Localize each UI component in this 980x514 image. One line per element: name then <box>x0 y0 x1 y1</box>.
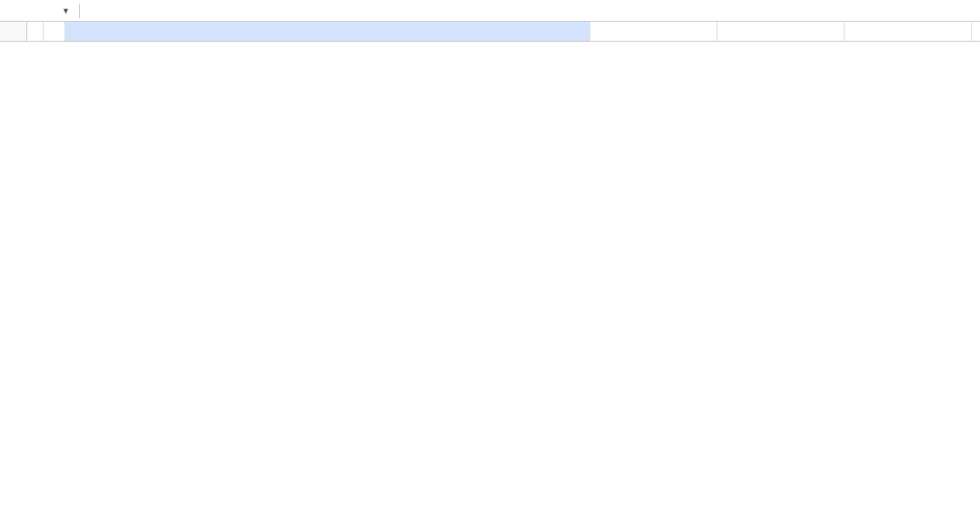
col-header-B[interactable] <box>44 22 65 41</box>
spreadsheet <box>0 22 980 42</box>
col-header-D[interactable] <box>590 22 718 41</box>
formula-input[interactable] <box>98 9 976 13</box>
col-header-F[interactable] <box>845 22 972 41</box>
col-header-A[interactable] <box>27 22 44 41</box>
select-all-corner[interactable] <box>0 22 27 41</box>
name-box-dropdown-icon[interactable]: ▼ <box>58 6 74 15</box>
col-header-C[interactable] <box>65 22 590 41</box>
column-headers <box>0 22 980 42</box>
divider <box>79 4 80 18</box>
name-box[interactable] <box>4 2 53 19</box>
formula-bar: ▼ <box>0 0 980 22</box>
col-header-E[interactable] <box>718 22 845 41</box>
